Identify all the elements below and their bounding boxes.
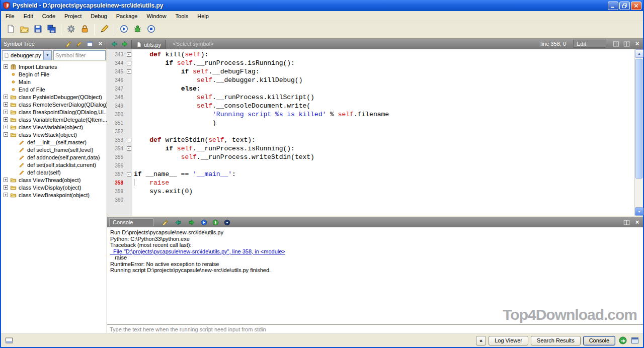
panel-add-icon[interactable]: [630, 335, 640, 345]
code-line-349[interactable]: 349 self.__consoleDocument.write(: [107, 102, 634, 110]
collapse-buttons-button[interactable]: «: [476, 336, 486, 345]
tree-item[interactable]: def select_frame(self,level): [1, 146, 107, 153]
forward-icon[interactable]: [187, 218, 196, 226]
go-icon[interactable]: [618, 335, 628, 345]
tree-item[interactable]: +class RemoteServerDialog(QDialog): [1, 101, 107, 108]
tree-item[interactable]: def set(self,stacklist,current): [1, 161, 107, 168]
expand-icon[interactable]: +: [4, 64, 8, 69]
clean-icon[interactable]: [65, 40, 72, 48]
restore-button[interactable]: [619, 2, 630, 10]
tree-item[interactable]: +Import Libraries: [1, 63, 107, 70]
run-circle-icon[interactable]: [200, 219, 208, 226]
grid-icon[interactable]: [623, 40, 630, 48]
debug-button[interactable]: [131, 23, 144, 36]
code-line-343[interactable]: 343- def kill(self):: [107, 50, 634, 59]
tree-item[interactable]: def clear(self): [1, 168, 107, 176]
close-icon[interactable]: ×: [633, 40, 641, 47]
code-line-350[interactable]: 350 'Running script %s is killed' % self…: [107, 110, 634, 119]
scroll-up-button[interactable]: ▲: [635, 49, 643, 58]
expand-icon[interactable]: +: [4, 117, 8, 122]
menu-file[interactable]: File: [1, 12, 19, 21]
code-line-356[interactable]: 356: [107, 161, 634, 170]
wand-button[interactable]: [98, 23, 111, 36]
scroll-down-button[interactable]: ▼: [635, 207, 643, 216]
fold-marker-icon[interactable]: -: [127, 138, 131, 142]
tree-item[interactable]: +class ViewBreakpoint(object): [1, 191, 107, 199]
fold-marker-icon[interactable]: -: [127, 146, 131, 151]
code-line-344[interactable]: 344- if self.__runProcess.isRunning():: [107, 59, 634, 67]
menu-help[interactable]: Help: [193, 12, 213, 21]
code-line-353[interactable]: 353- def writeStdin(self, text):: [107, 136, 634, 144]
save-all-button[interactable]: [45, 23, 58, 36]
code-line-359[interactable]: 359 sys.exit(0): [107, 187, 634, 196]
tree-item[interactable]: Begin of File: [1, 70, 107, 78]
close-icon[interactable]: ×: [97, 40, 104, 47]
tree-item[interactable]: +class ViewDisplay(object): [1, 184, 107, 191]
code-line-358[interactable]: 358 raise: [107, 179, 634, 187]
expand-icon[interactable]: +: [4, 125, 8, 129]
back-icon[interactable]: [109, 40, 119, 48]
expand-icon[interactable]: +: [4, 185, 8, 190]
scrollbar-thumb[interactable]: [635, 59, 642, 179]
edit-icon[interactable]: [75, 40, 83, 48]
expand-icon[interactable]: +: [4, 95, 8, 99]
menu-edit[interactable]: Edit: [19, 12, 38, 21]
fold-marker-icon[interactable]: -: [127, 69, 131, 74]
tree-item[interactable]: +class ViewThread(object): [1, 176, 107, 184]
tree-item[interactable]: +class VariableItemDelegate(QItem...: [1, 116, 107, 123]
split-icon[interactable]: [623, 219, 630, 226]
split-icon[interactable]: [612, 40, 620, 48]
collapse-icon[interactable]: -: [4, 132, 8, 137]
code-area[interactable]: 343- def kill(self):344- if self.__runPr…: [107, 49, 634, 216]
panel-icon[interactable]: [86, 40, 94, 48]
settings-button[interactable]: [64, 23, 77, 36]
tree-item[interactable]: def __init__(self,master): [1, 138, 107, 146]
forward-icon[interactable]: [120, 40, 129, 48]
debug-circle-icon[interactable]: [212, 219, 219, 226]
fold-marker-icon[interactable]: -: [127, 172, 131, 177]
symbol-selector-dropdown[interactable]: <Select symbol>: [168, 41, 533, 47]
code-line-348[interactable]: 348 self.__runProcess.killScript(): [107, 93, 634, 102]
clean-icon[interactable]: [162, 219, 169, 226]
panel-bottom-icon[interactable]: [4, 335, 14, 345]
new-file-button[interactable]: [4, 23, 17, 36]
menu-window[interactable]: Window: [142, 12, 171, 21]
expand-icon[interactable]: +: [4, 193, 8, 197]
file-selector-dropdown[interactable]: debugger.py ▼: [2, 50, 52, 60]
open-file-button[interactable]: [18, 23, 31, 36]
code-line-352[interactable]: 352: [107, 127, 634, 136]
tree-item[interactable]: -class ViewStack(object): [1, 131, 107, 138]
editor-tab-utils[interactable]: utils.py: [131, 40, 166, 49]
tree-item[interactable]: +class ViewVariable(object): [1, 123, 107, 131]
menu-package[interactable]: Package: [112, 12, 142, 21]
fold-marker-icon[interactable]: -: [127, 52, 131, 57]
menu-tools[interactable]: Tools: [171, 12, 193, 21]
fold-marker-icon[interactable]: -: [127, 61, 131, 65]
menu-debug[interactable]: Debug: [86, 12, 111, 21]
minimize-button[interactable]: [608, 2, 618, 10]
close-icon[interactable]: ×: [633, 219, 641, 226]
expand-icon[interactable]: +: [4, 110, 8, 114]
code-line-357[interactable]: 357-if __name__ == '__main__':: [107, 170, 634, 179]
symbol-filter-input[interactable]: [53, 50, 106, 60]
tree-item[interactable]: def addnode(self,parent,data): [1, 153, 107, 161]
tree-item[interactable]: +class PyshieldDebugger(QObject): [1, 93, 107, 101]
close-button[interactable]: [631, 2, 641, 10]
menu-code[interactable]: Code: [38, 12, 60, 21]
tree-item[interactable]: Main: [1, 78, 107, 85]
console-button[interactable]: Console: [583, 336, 615, 345]
tree-item[interactable]: End of File: [1, 85, 107, 93]
traceback-link[interactable]: File "D:\projects\pycapsule\new-src\ide\…: [110, 248, 640, 255]
console-tab[interactable]: Console: [109, 218, 153, 226]
code-line-346[interactable]: 346 self.__debugger.killDebug(): [107, 76, 634, 84]
expand-icon[interactable]: +: [4, 102, 8, 107]
lock-button[interactable]: [78, 23, 91, 36]
log-viewer-button[interactable]: Log Viewer: [489, 336, 528, 345]
save-file-button[interactable]: [31, 23, 44, 36]
search-results-button[interactable]: Search Results: [531, 336, 581, 345]
code-line-351[interactable]: 351 ): [107, 119, 634, 127]
run-button[interactable]: [117, 23, 130, 36]
tree-item[interactable]: +class BreakpointDialog(QDialog,Ui...: [1, 108, 107, 116]
stdin-input[interactable]: [107, 325, 643, 333]
editor-scrollbar[interactable]: ▲ ▼: [634, 49, 643, 216]
